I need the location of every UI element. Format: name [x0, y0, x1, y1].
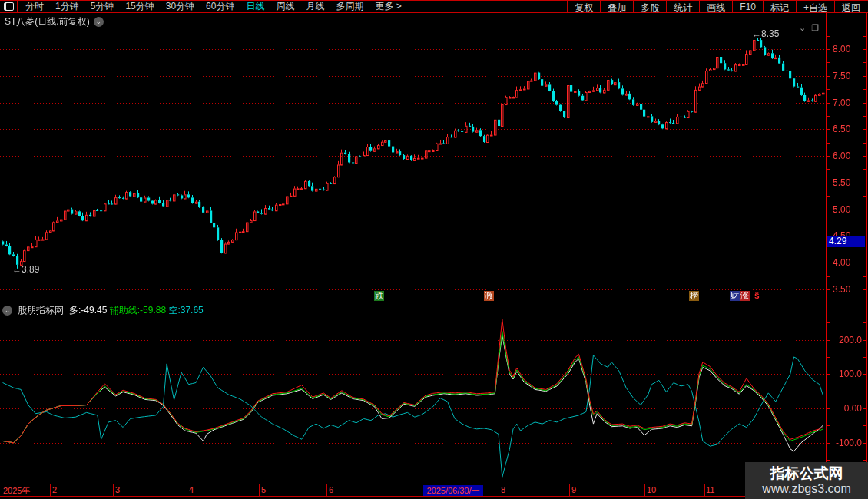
- period-tab-周线[interactable]: 周线: [276, 0, 294, 13]
- month-separator: [422, 484, 422, 496]
- indicator-axis-label: 100.0: [828, 368, 862, 379]
- month-label-5: 5: [261, 485, 266, 494]
- period-tab-15分钟[interactable]: 15分钟: [125, 0, 154, 13]
- event-marker-跌: 跌: [374, 291, 384, 301]
- cursor-price-tag: 4.29: [827, 236, 865, 247]
- watermark-url: www.zbgs3.com: [762, 482, 851, 496]
- period-tab-分时[interactable]: 分时: [25, 0, 44, 13]
- cursor-date-tag: 2025/06/30/一: [423, 485, 483, 496]
- indicator-legend: 多:-49.45 辅助线:-59.88 空:37.65: [69, 304, 204, 317]
- period-tab-多周期[interactable]: 多周期: [336, 0, 363, 13]
- action-button-返回[interactable]: 返回: [834, 1, 867, 12]
- action-button-标记[interactable]: 标记: [763, 1, 796, 12]
- period-tab-日线[interactable]: 日线: [246, 0, 264, 13]
- toolbar-actions: 复权叠加多股统计画线F10标记+自选返回: [567, 1, 867, 12]
- month-separator: [113, 484, 114, 496]
- top-toolbar: 分时1分钟5分钟15分钟30分钟60分钟日线周线月线多周期更多 > 复权叠加多股…: [0, 0, 868, 13]
- month-separator: [50, 484, 51, 496]
- chevron-down-icon[interactable]: ⌄: [799, 23, 806, 33]
- action-button-F10[interactable]: F10: [732, 1, 763, 12]
- event-marker-财: 财: [730, 291, 740, 301]
- date-axis-bar: 2025年 2025/06/30/一 23456891011: [0, 484, 868, 497]
- axis-frame-line: [826, 13, 827, 497]
- indicator-axis-label: -100.0: [828, 438, 862, 448]
- month-separator: [259, 484, 260, 496]
- period-tab-更多 >[interactable]: 更多 >: [375, 0, 401, 13]
- month-label-6: 6: [329, 485, 333, 494]
- month-separator: [704, 484, 705, 496]
- trading-app-window: 分时1分钟5分钟15分钟30分钟60分钟日线周线月线多周期更多 > 复权叠加多股…: [0, 0, 868, 499]
- month-separator: [499, 484, 499, 496]
- month-label-11: 11: [706, 485, 714, 494]
- chart-title: ST八菱(日线.前复权): [5, 15, 90, 28]
- action-button-复权[interactable]: 复权: [567, 1, 600, 12]
- month-label-2: 2: [52, 485, 57, 494]
- year-label: 2025年: [3, 485, 30, 497]
- buy-signal-icon: ŝ: [754, 290, 760, 301]
- indicator-axis-label: 200.0: [828, 335, 862, 345]
- chart-corner-icons: ⌄ ❐: [799, 23, 819, 33]
- action-button-多股[interactable]: 多股: [633, 1, 666, 12]
- action-button-画线[interactable]: 画线: [699, 1, 732, 12]
- action-button-叠加[interactable]: 叠加: [600, 1, 633, 12]
- price-axis-label: 7.00: [833, 97, 863, 108]
- right-edge-line: [866, 0, 867, 499]
- indicator-legend-item: 空:37.65: [168, 305, 203, 316]
- indicator-legend-item: 辅助线:-59.88: [110, 305, 169, 316]
- period-tab-月线[interactable]: 月线: [306, 0, 324, 13]
- price-axis-label: 3.50: [833, 284, 863, 295]
- high-price-annotation: ←8.35: [752, 28, 779, 39]
- panel-divider: [0, 302, 868, 302]
- watermark: 指标公式网 www.zbgs3.com: [745, 462, 868, 499]
- period-tab-30分钟[interactable]: 30分钟: [166, 0, 194, 13]
- indicator-name: 股朋指标网: [18, 304, 64, 317]
- period-tab-60分钟[interactable]: 60分钟: [206, 0, 234, 13]
- action-button-统计[interactable]: 统计: [666, 1, 699, 12]
- watermark-site-name: 指标公式网: [770, 465, 843, 482]
- chevron-down-icon[interactable]: ⌄: [94, 17, 104, 27]
- price-axis-label: 6.00: [833, 150, 863, 161]
- month-label-10: 10: [647, 485, 656, 494]
- low-price-annotation: ←3.89: [12, 264, 39, 275]
- chart-header: ST八菱(日线.前复权) ⌄: [5, 15, 104, 28]
- window-mode-button[interactable]: [0, 1, 18, 12]
- month-separator: [187, 484, 187, 496]
- event-marker-榜: 榜: [689, 291, 699, 301]
- month-separator: [326, 484, 327, 496]
- price-axis-label: 4.00: [833, 257, 863, 268]
- indicator-axis-label: 0.00: [828, 403, 862, 414]
- month-label-9: 9: [571, 485, 576, 494]
- month-separator: [644, 484, 645, 496]
- price-axis-label: 6.50: [833, 124, 863, 134]
- indicator-legend-item: 多:-49.45: [69, 305, 110, 316]
- price-axis-label: 7.50: [833, 71, 863, 81]
- window-restore-icon[interactable]: ❐: [811, 23, 819, 33]
- price-axis-label: 5.00: [833, 204, 863, 215]
- month-label-4: 4: [189, 485, 194, 494]
- period-tab-1分钟[interactable]: 1分钟: [55, 0, 79, 13]
- event-marker-激: 激: [484, 291, 494, 301]
- price-axis-label: 8.00: [833, 44, 863, 55]
- price-and-indicator-chart[interactable]: [0, 0, 868, 499]
- month-label-8: 8: [501, 485, 505, 494]
- window-icon: [4, 2, 14, 11]
- price-axis-label: 5.50: [833, 177, 863, 188]
- chevron-down-icon[interactable]: ⌄: [2, 306, 12, 316]
- period-tabs: 分时1分钟5分钟15分钟30分钟60分钟日线周线月线多周期更多 >: [25, 0, 402, 13]
- action-button-+自选[interactable]: +自选: [796, 1, 834, 12]
- period-tab-5分钟[interactable]: 5分钟: [91, 0, 114, 13]
- month-label-3: 3: [115, 485, 120, 494]
- event-marker-涨: 涨: [740, 291, 750, 301]
- indicator-header: ⌄ 股朋指标网 多:-49.45 辅助线:-59.88 空:37.65: [2, 304, 204, 317]
- month-separator: [569, 484, 570, 496]
